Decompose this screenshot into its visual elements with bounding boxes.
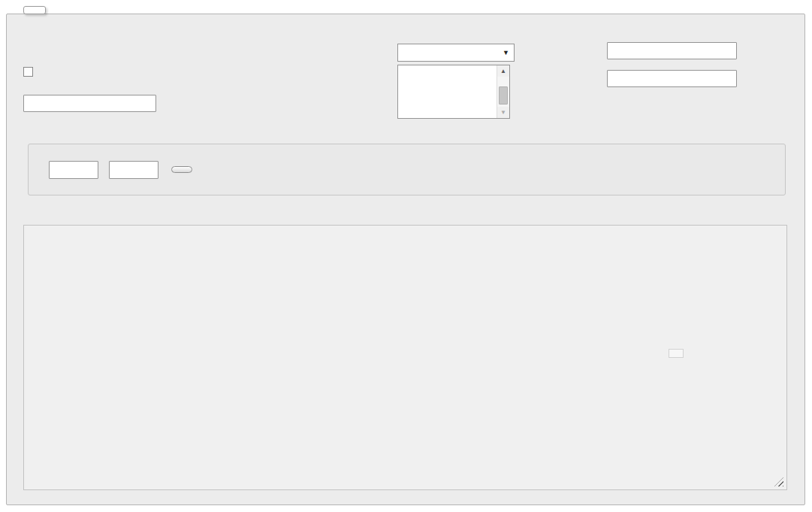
display-chart-panel: ▼ ▲ ▼: [6, 14, 805, 505]
row-controls-panel: [28, 144, 786, 195]
x-axis-label-input[interactable]: [607, 42, 737, 59]
chart-title-input[interactable]: [23, 95, 156, 112]
scrollbar-thumb[interactable]: [499, 86, 508, 105]
chart-plot-area: [113, 250, 660, 450]
go-button[interactable]: [171, 166, 192, 173]
resize-handle-icon[interactable]: [774, 477, 783, 486]
stacked-checkbox-row: [23, 67, 38, 77]
scroll-up-icon[interactable]: ▲: [497, 65, 509, 77]
chart-legend: [669, 349, 684, 358]
scroll-down-icon[interactable]: ▼: [497, 107, 509, 118]
y-axis-label-input[interactable]: [607, 70, 737, 87]
chevron-down-icon: ▼: [503, 49, 509, 56]
start-row-input[interactable]: [49, 161, 98, 179]
x-axis-select[interactable]: ▼: [397, 44, 515, 62]
chart-container: [23, 225, 787, 490]
num-rows-input[interactable]: [109, 161, 158, 179]
series-listbox[interactable]: ▲ ▼: [397, 65, 510, 119]
panel-legend: [23, 6, 46, 14]
listbox-scrollbar[interactable]: ▲ ▼: [497, 65, 509, 118]
stacked-checkbox[interactable]: [23, 67, 33, 77]
